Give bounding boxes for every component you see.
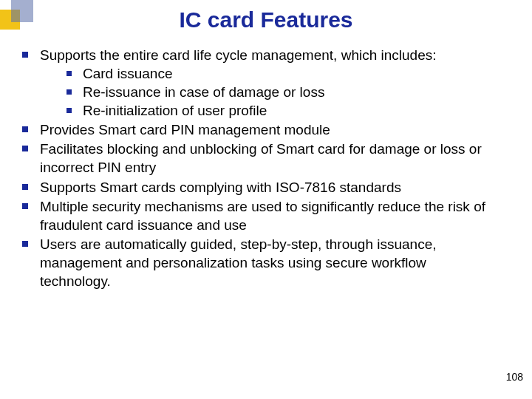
page-number: 108 <box>506 371 523 383</box>
list-item-text: Multiple security mechanisms are used to… <box>40 199 485 233</box>
slide-title: IC card Features <box>0 7 532 33</box>
list-item: Supports Smart cards complying with ISO-… <box>19 178 492 197</box>
sub-bullet-list: Card issuance Re-issuance in case of dam… <box>40 64 492 120</box>
list-item-text: Supports Smart cards complying with ISO-… <box>40 180 401 195</box>
list-item-text: Provides Smart card PIN management modul… <box>40 122 330 137</box>
bullet-list: Supports the entire card life cycle mana… <box>19 46 492 290</box>
list-item-text: Card issuance <box>83 66 172 81</box>
list-item-text: Re-issuance in case of damage or loss <box>83 84 324 100</box>
slide-body: Supports the entire card life cycle mana… <box>19 46 492 291</box>
list-item-text: Supports the entire card life cycle mana… <box>40 47 437 63</box>
list-item-text: Re-initialization of user profile <box>83 103 267 118</box>
list-item: Supports the entire card life cycle mana… <box>19 46 492 120</box>
list-item-text: Facilitates blocking and unblocking of S… <box>40 141 482 175</box>
list-item-text: Users are automatically guided, step-by-… <box>40 236 437 289</box>
list-item: Provides Smart card PIN management modul… <box>19 120 492 139</box>
list-item: Re-initialization of user profile <box>64 101 492 120</box>
list-item: Re-issuance in case of damage or loss <box>64 83 492 101</box>
list-item: Users are automatically guided, step-by-… <box>19 235 492 290</box>
list-item: Facilitates blocking and unblocking of S… <box>19 140 492 177</box>
list-item: Card issuance <box>64 64 492 83</box>
list-item: Multiple security mechanisms are used to… <box>19 197 492 234</box>
